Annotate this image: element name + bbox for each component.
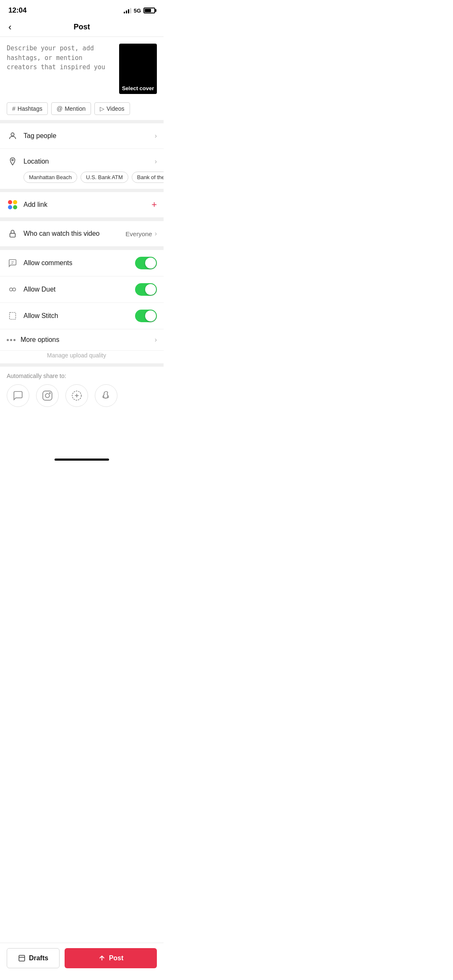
battery-icon (143, 8, 155, 13)
add-link-icon (7, 199, 18, 211)
section-gap-4 (0, 247, 164, 250)
messages-icon (13, 390, 23, 401)
manage-upload-partial: Manage upload quality (0, 351, 164, 363)
more-options-label: More options (21, 336, 154, 344)
svg-point-10 (49, 393, 50, 394)
allow-stitch-label: Allow Stitch (23, 312, 135, 320)
location-chips: Manhattan Beach U.S. Bank ATM Bank of th… (0, 170, 164, 189)
more-options-row[interactable]: More options › (0, 329, 164, 351)
svg-rect-2 (10, 233, 16, 237)
back-button[interactable]: ‹ (8, 22, 11, 33)
mention-label: Mention (65, 105, 86, 112)
allow-duet-toggle[interactable] (135, 283, 157, 296)
svg-point-0 (11, 133, 14, 136)
allow-duet-row: Allow Duet (0, 276, 164, 303)
svg-point-6 (13, 288, 16, 291)
tag-people-chevron: › (154, 132, 157, 140)
privacy-icon (7, 228, 18, 240)
allow-comments-toggle[interactable] (135, 257, 157, 269)
status-bar: 12:04 5G (0, 0, 164, 18)
status-time: 12:04 (8, 6, 26, 15)
share-instagram-button[interactable] (36, 384, 59, 407)
location-chevron: › (154, 158, 157, 165)
tag-people-row[interactable]: Tag people › (0, 123, 164, 149)
add-link-row[interactable]: Add link + (0, 192, 164, 218)
add-link-label: Add link (23, 201, 151, 209)
add-share-icon (71, 390, 82, 401)
cover-label: Select cover (119, 83, 157, 94)
hashtags-button[interactable]: # Hashtags (7, 102, 48, 115)
section-gap-2 (0, 189, 164, 192)
who-can-watch-row[interactable]: Who can watch this video Everyone › (0, 221, 164, 247)
videos-button[interactable]: ▷ Videos (94, 102, 130, 115)
svg-rect-7 (10, 313, 16, 320)
location-chip-manhattan[interactable]: Manhattan Beach (23, 172, 77, 183)
network-label: 5G (134, 8, 141, 14)
hashtags-label: Hashtags (18, 105, 42, 112)
location-chip-bankwest[interactable]: Bank of the West ATM (132, 172, 164, 183)
share-label: Automatically share to: (7, 373, 157, 379)
tag-people-icon (7, 130, 18, 142)
home-indicator (0, 453, 164, 466)
location-icon (7, 156, 18, 167)
share-section: Automatically share to: (0, 367, 164, 411)
svg-point-9 (45, 394, 49, 398)
allow-stitch-toggle[interactable] (135, 310, 157, 322)
post-description-input[interactable] (7, 44, 114, 77)
svg-point-1 (12, 159, 13, 161)
who-can-watch-value: Everyone › (125, 230, 157, 237)
videos-label: Videos (107, 105, 125, 112)
signal-bars-icon (124, 8, 131, 13)
location-chip-usbank[interactable]: U.S. Bank ATM (81, 172, 128, 183)
who-can-watch-label: Who can watch this video (23, 230, 125, 237)
mention-button[interactable]: @ Mention (51, 102, 91, 115)
share-add-button[interactable] (65, 384, 88, 407)
allow-stitch-row: Allow Stitch (0, 303, 164, 329)
instagram-icon (42, 390, 53, 401)
share-icons-row (7, 384, 157, 407)
page-title: Post (73, 23, 90, 31)
allow-comments-row: Allow comments (0, 250, 164, 276)
home-bar (55, 459, 109, 461)
hashtag-icon: # (12, 105, 16, 112)
manage-upload-text: Manage upload quality (23, 352, 106, 359)
more-options-chevron: › (155, 336, 157, 344)
more-options-icon (7, 339, 16, 341)
location-label: Location (23, 158, 154, 165)
status-icons: 5G (124, 8, 155, 14)
bottom-spacer (0, 411, 164, 453)
share-snapchat-button[interactable] (95, 384, 117, 407)
videos-icon: ▷ (100, 105, 104, 112)
location-row[interactable]: Location › (0, 149, 164, 170)
post-area: Select cover (0, 37, 164, 99)
cover-thumbnail[interactable]: Select cover (119, 44, 157, 94)
snapchat-icon (101, 390, 112, 401)
share-messages-button[interactable] (7, 384, 29, 407)
svg-rect-8 (43, 391, 52, 400)
section-gap-5 (0, 363, 164, 367)
nav-header: ‹ Post (0, 18, 164, 36)
allow-comments-label: Allow comments (23, 259, 135, 267)
mention-icon: @ (57, 105, 62, 112)
stitch-icon (7, 310, 18, 322)
tag-buttons-row: # Hashtags @ Mention ▷ Videos (0, 99, 164, 120)
section-gap-3 (0, 218, 164, 221)
duet-icon (7, 284, 18, 295)
section-gap-1 (0, 120, 164, 123)
allow-duet-label: Allow Duet (23, 286, 135, 293)
tag-people-label: Tag people (23, 132, 154, 140)
svg-point-5 (10, 288, 13, 291)
comments-icon (7, 257, 18, 269)
add-link-plus-icon: + (151, 199, 157, 210)
